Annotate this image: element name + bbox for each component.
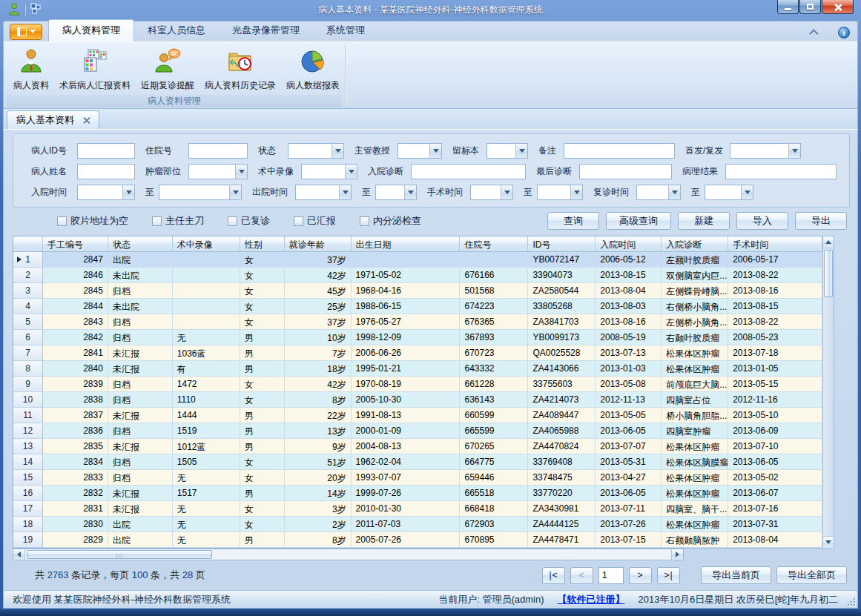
grid-cell[interactable]: 2012-11-13 (596, 392, 662, 408)
grid-cell[interactable]: 2013-07-16 (728, 501, 822, 517)
grid-cell[interactable]: 2830 (43, 517, 108, 532)
grid-cell[interactable]: 右侧桥小脑角... (662, 299, 728, 314)
grid-cell[interactable]: 668418 (460, 501, 528, 517)
grid-cell[interactable]: 2013-08-16 (596, 314, 662, 330)
grid-cell[interactable]: ZA3430981 (528, 501, 596, 517)
prev-page-button[interactable]: < (570, 567, 593, 584)
grid-cell[interactable]: 2013-08-15 (728, 299, 822, 314)
grid-cell[interactable]: 8岁 (285, 532, 352, 548)
ribbon-tab-system[interactable]: 系统管理 (313, 20, 378, 42)
grid-cell[interactable]: 501568 (460, 283, 528, 299)
remark-input[interactable] (564, 143, 675, 159)
grid-cell[interactable]: 2013-07-13 (596, 345, 662, 361)
grid-cell[interactable]: 归档 (108, 314, 173, 330)
grid-cell[interactable]: 1519 (173, 423, 240, 439)
table-row[interactable]: 142834归档1505女51岁1962-02-0466477533769408… (13, 454, 822, 470)
grid-cell[interactable]: 37岁 (285, 252, 352, 268)
vertical-scrollbar[interactable] (822, 236, 834, 549)
grid-cell[interactable]: 2013-07-10 (728, 439, 822, 454)
row-indicator[interactable]: 6 (13, 330, 43, 345)
vertical-scroll-thumb[interactable] (824, 250, 833, 297)
grid-cell[interactable]: 女 (240, 299, 285, 314)
grid-cell[interactable]: 归档 (108, 423, 173, 439)
grid-cell[interactable]: 2013-08-15 (596, 268, 662, 283)
grid-cell[interactable]: 男 (240, 532, 285, 548)
row-indicator[interactable]: 12 (13, 423, 43, 439)
grid-cell[interactable]: 8岁 (285, 392, 352, 408)
ribbon-tab-department-staff[interactable]: 科室人员信息 (134, 20, 219, 42)
followup-date-to-combo[interactable] (705, 185, 753, 200)
grid-cell[interactable]: 2006-05-17 (728, 252, 822, 268)
grid-cell[interactable]: 14岁 (285, 486, 352, 501)
grid-cell[interactable]: 636143 (460, 392, 528, 408)
resize-grip[interactable] (848, 598, 855, 606)
horizontal-scroll-thumb[interactable] (27, 550, 212, 559)
grid-cell[interactable]: 1993-07-07 (352, 470, 461, 486)
patient-id-input[interactable] (77, 143, 135, 159)
row-indicator[interactable]: 3 (13, 283, 43, 299)
followup-date-from-combo[interactable] (636, 185, 681, 200)
column-header[interactable]: 入院诊断 (662, 236, 728, 252)
tab-patient-basic-data[interactable]: 病人基本资料 (7, 110, 99, 129)
grid-cell[interactable]: 前颅底巨大脑... (662, 377, 728, 392)
grid-cell[interactable]: ZA4143066 (528, 361, 596, 377)
grid-cell[interactable]: 女 (240, 268, 285, 283)
grid-cell[interactable]: 2013-08-22 (728, 268, 822, 283)
table-row[interactable]: 92839归档1472女42岁1970-08-19661228337556032… (13, 377, 822, 392)
grid-cell[interactable]: 1988-06-15 (352, 299, 461, 314)
table-row[interactable]: 32845归档女45岁1968-04-16501568ZA25805442013… (13, 283, 822, 299)
grid-cell[interactable]: 661228 (460, 377, 528, 392)
row-indicator[interactable]: 18 (13, 517, 43, 532)
table-row[interactable]: 182830出院无女2岁2011-07-03672903ZA4444125201… (13, 517, 822, 532)
surgery-date-to-combo[interactable] (537, 185, 583, 200)
grid-cell[interactable]: 37岁 (285, 314, 352, 330)
row-indicator[interactable]: 9 (13, 377, 43, 392)
grid-cell[interactable]: 25岁 (285, 299, 352, 314)
grid-cell[interactable]: 2012-11-16 (728, 392, 822, 408)
grid-cell[interactable]: 2836 (43, 423, 108, 439)
grid-cell[interactable]: 1505 (173, 454, 240, 470)
grid-cell[interactable]: 2829 (43, 532, 108, 548)
grid-cell[interactable]: 2005-10-30 (352, 392, 461, 408)
grid-cell[interactable] (352, 252, 461, 268)
grid-cell[interactable]: 无 (173, 532, 240, 548)
grid-cell[interactable]: 2013-06-05 (596, 486, 662, 501)
row-indicator[interactable]: 8 (13, 361, 43, 377)
grid-cell[interactable] (173, 299, 240, 314)
grid-cell[interactable]: 51岁 (285, 454, 352, 470)
grid-cell[interactable]: 2013-05-05 (596, 408, 662, 423)
admission-date-to-combo[interactable] (159, 185, 242, 200)
grid-cell[interactable]: 双侧脑室内巨... (662, 268, 728, 283)
grid-cell[interactable]: 女 (240, 517, 285, 532)
grid-cell[interactable]: 女 (240, 377, 285, 392)
grid-cell[interactable]: 女 (240, 314, 285, 330)
page-number-input[interactable] (598, 567, 624, 584)
column-header[interactable]: 出生日期 (352, 236, 461, 252)
grid-cell[interactable]: 13岁 (285, 423, 352, 439)
table-row[interactable]: 12847出院女37岁YB00721472006-05-12左额叶胶质瘤2006… (13, 252, 822, 268)
grid-cell[interactable] (173, 283, 240, 299)
grid-cell[interactable]: 未汇报 (108, 486, 173, 501)
grid-cell[interactable]: 2013-07-07 (596, 439, 662, 454)
grid-cell[interactable]: 无 (173, 517, 240, 532)
grid-cell[interactable]: 1995-01-21 (352, 361, 461, 377)
grid-cell[interactable]: 1976-05-27 (352, 314, 461, 330)
last-page-button[interactable]: >| (657, 567, 680, 584)
grid-cell[interactable]: ZA4470824 (528, 439, 596, 454)
grid-cell[interactable] (173, 268, 240, 283)
grid-cell[interactable]: 未汇报 (108, 345, 173, 361)
intraop-video-combo[interactable] (301, 164, 357, 179)
grid-cell[interactable]: 归档 (108, 377, 173, 392)
row-indicator[interactable]: 2 (13, 268, 43, 283)
grid-cell[interactable]: 2013-07-15 (596, 532, 662, 548)
grid-cell[interactable] (173, 252, 240, 268)
grid-cell[interactable] (460, 252, 528, 268)
grid-cell[interactable]: 归档 (108, 470, 173, 486)
grid-cell[interactable]: YB0099173 (528, 330, 596, 345)
grid-cell[interactable]: 左侧蝶骨嵴脑... (662, 283, 728, 299)
row-indicator[interactable]: 1 (13, 252, 43, 268)
row-indicator[interactable]: 17 (13, 501, 43, 517)
grid-cell[interactable]: 松果体区肿瘤 (662, 345, 728, 361)
import-button[interactable]: 导入 (736, 212, 788, 230)
grid-cell[interactable]: 2847 (43, 252, 108, 268)
